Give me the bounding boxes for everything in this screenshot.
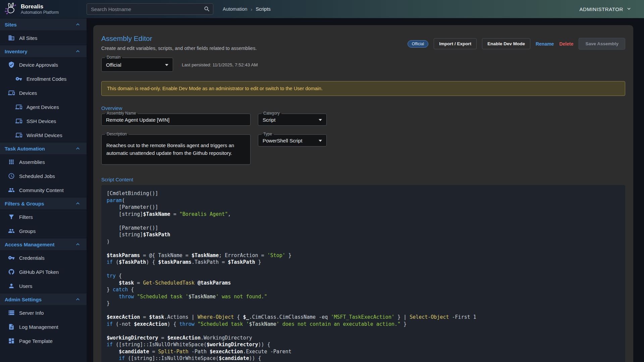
layout-icon xyxy=(8,338,15,344)
code-line: $task = Get-ScheduledTask @taskParams xyxy=(107,280,620,287)
sidebar-section-task-automation[interactable]: Task Automation xyxy=(0,142,87,155)
sidebar-item-credentials[interactable]: Credentials xyxy=(0,251,87,265)
log-icon xyxy=(8,323,15,330)
save-assembly-button[interactable]: Save Assembly xyxy=(579,38,625,50)
sidebar-item-ssh-devices[interactable]: SSH Devices xyxy=(0,114,87,128)
sidebar-section-admin-settings[interactable]: Admin Settings xyxy=(0,293,87,306)
code-line: [Parameter()] xyxy=(107,204,620,211)
sidebar-item-label: Assemblies xyxy=(19,159,45,165)
sidebar-item-label: WinRM Devices xyxy=(26,132,62,138)
overview-form: Assembly Name Remote Agent Update [WIN] … xyxy=(101,114,625,165)
filter-icon xyxy=(8,214,15,220)
sidebar-item-devices[interactable]: Devices xyxy=(0,86,87,100)
search-input[interactable] xyxy=(87,3,213,15)
category-select-label: Category xyxy=(262,111,281,116)
breadcrumb: Automation › Scripts xyxy=(223,6,271,12)
sidebar-item-label: GitHub API Token xyxy=(19,269,59,275)
code-line: } xyxy=(107,300,620,307)
chevron-down-icon xyxy=(626,6,632,13)
sidebar-section-inventory[interactable]: Inventory xyxy=(0,45,87,58)
script-content-editor[interactable]: [CmdletBinding()]param( [Parameter()] [s… xyxy=(101,185,625,362)
devices-icon xyxy=(15,132,22,138)
sidebar-section-filters-groups[interactable]: Filters & Groups xyxy=(0,197,87,210)
chevron-down-icon xyxy=(319,140,322,142)
category-select-value: Script xyxy=(263,117,275,123)
page-title-block: Assembly Editor Create and edit variable… xyxy=(101,35,257,51)
category-select[interactable]: Category Script xyxy=(258,114,327,126)
hostname-search xyxy=(87,3,213,15)
sidebar-item-assemblies[interactable]: Assemblies xyxy=(0,155,87,169)
chevron-up-icon xyxy=(74,48,81,55)
building-icon xyxy=(8,35,15,41)
sidebar-item-enrollment-codes[interactable]: Enrollment Codes xyxy=(0,72,87,86)
code-line: [Parameter()] xyxy=(107,225,620,232)
code-line: try { xyxy=(107,273,620,280)
user-menu[interactable]: ADMINISTRATOR xyxy=(579,6,632,13)
sidebar-item-label: Enrollment Codes xyxy=(26,76,66,82)
sidebar-section-label: Sites xyxy=(5,22,17,27)
type-select-label: Type xyxy=(262,132,274,136)
page-title: Assembly Editor xyxy=(101,35,257,43)
description-field[interactable]: Description Reaches out to the remote Bo… xyxy=(101,134,251,165)
code-line: ) xyxy=(107,238,620,245)
devices-icon xyxy=(15,118,22,124)
sidebar-item-all-sites[interactable]: All Sites xyxy=(0,31,87,45)
sidebar-item-label: Page Template xyxy=(19,338,53,344)
domain-select-label: Domain xyxy=(105,55,122,60)
assembly-name-value: Remote Agent Update [WIN] xyxy=(106,117,169,123)
sidebar-item-groups[interactable]: Groups xyxy=(0,224,87,238)
sidebar-item-label: Community Content xyxy=(19,187,64,193)
sidebar-item-page-template[interactable]: Page Template xyxy=(0,334,87,348)
sidebar-item-github-api-token[interactable]: GitHub API Token xyxy=(0,265,87,279)
code-line: param( xyxy=(107,197,620,204)
sidebar-section-sites[interactable]: Sites xyxy=(0,18,87,31)
sidebar-section-access-management[interactable]: Access Management xyxy=(0,238,87,251)
sidebar-section-label: Inventory xyxy=(5,49,28,54)
brand-subtitle: Automation Platform xyxy=(21,10,59,15)
chevron-up-icon xyxy=(74,145,81,152)
breadcrumb-item-automation[interactable]: Automation xyxy=(223,6,247,12)
assembly-name-label: Assembly Name xyxy=(105,111,138,116)
chevron-up-icon xyxy=(74,296,81,303)
sidebar-item-scheduled-jobs[interactable]: Scheduled Jobs xyxy=(0,169,87,183)
rename-button[interactable]: Rename xyxy=(536,41,554,47)
type-select-value: PowerShell Script xyxy=(263,138,302,143)
code-line xyxy=(107,266,620,273)
assembly-name-field[interactable]: Assembly Name Remote Agent Update [WIN] xyxy=(101,114,251,126)
enable-dev-mode-button[interactable]: Enable Dev Mode xyxy=(482,38,530,49)
type-select[interactable]: Type PowerShell Script xyxy=(258,134,327,146)
top-bar: Borealis Automation Platform Automation … xyxy=(0,0,644,18)
code-line xyxy=(107,218,620,225)
sidebar-item-winrm-devices[interactable]: WinRM Devices xyxy=(0,128,87,142)
sidebar-item-filters[interactable]: Filters xyxy=(0,210,87,224)
import-export-button[interactable]: Import / Export xyxy=(434,38,477,49)
code-line: $candidate = Split-Path -Path $execActio… xyxy=(107,348,620,355)
brand: Borealis Automation Platform xyxy=(0,1,87,17)
sidebar-section-label: Task Automation xyxy=(5,146,45,152)
code-line: $workingDirectory = $execAction.WorkingD… xyxy=(107,335,620,342)
sidebar-section-label: Filters & Groups xyxy=(5,201,44,206)
sidebar-item-users[interactable]: Users xyxy=(0,279,87,293)
description-label: Description xyxy=(105,132,128,136)
sidebar-item-agent-devices[interactable]: Agent Devices xyxy=(0,100,87,114)
sidebar-item-label: Groups xyxy=(19,228,36,234)
sidebar-item-label: Device Approvals xyxy=(19,62,58,68)
server-icon xyxy=(8,309,15,316)
borealis-rabbit-logo-icon xyxy=(3,1,17,17)
sidebar-item-device-approvals[interactable]: Device Approvals xyxy=(0,58,87,72)
readonly-warning-banner: This domain is read-only. Enable Dev Mod… xyxy=(101,81,625,96)
chevron-up-icon xyxy=(74,200,81,207)
sidebar-item-log-management[interactable]: Log Management xyxy=(0,320,87,334)
domain-select[interactable]: Domain Official xyxy=(101,58,173,72)
sidebar-section-label: Access Management xyxy=(5,242,54,247)
sidebar-item-community-content[interactable]: Community Content xyxy=(0,183,87,197)
sidebar-item-server-info[interactable]: Server Info xyxy=(0,306,87,320)
delete-button[interactable]: Delete xyxy=(559,41,573,47)
last-persisted-text: Last persisted: 11/1/2025, 7:52:43 AM xyxy=(182,62,258,67)
devices-icon xyxy=(15,104,22,110)
search-icon xyxy=(204,6,210,14)
main-content: Assembly Editor Create and edit variable… xyxy=(87,18,644,362)
code-line: throw "Scheduled task '$TaskName' was no… xyxy=(107,293,620,300)
person-icon xyxy=(8,283,15,289)
breadcrumb-item-scripts[interactable]: Scripts xyxy=(256,6,270,12)
